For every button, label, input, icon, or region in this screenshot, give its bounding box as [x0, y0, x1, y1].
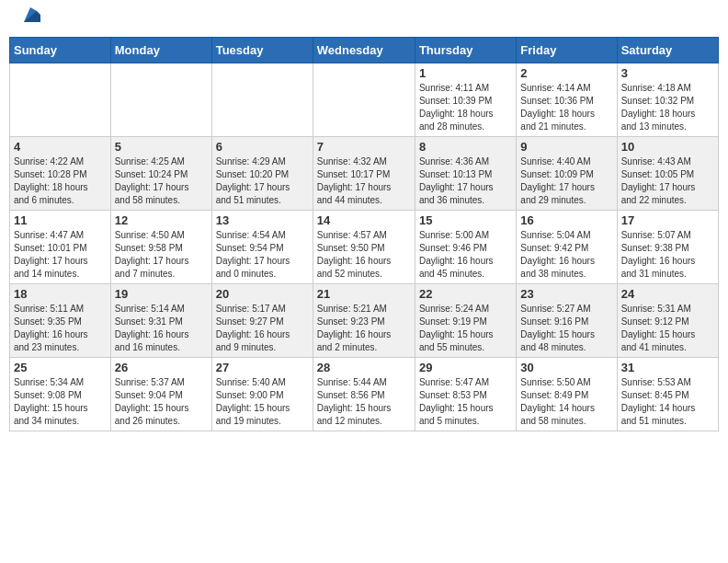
day-info: Sunrise: 5:24 AM Sunset: 9:19 PM Dayligh… — [419, 303, 512, 354]
calendar-cell: 28Sunrise: 5:44 AM Sunset: 8:56 PM Dayli… — [313, 358, 415, 431]
day-header-monday: Monday — [110, 38, 211, 63]
calendar-cell: 23Sunrise: 5:27 AM Sunset: 9:16 PM Dayli… — [517, 284, 617, 358]
week-row-1: 1Sunrise: 4:11 AM Sunset: 10:39 PM Dayli… — [10, 63, 719, 137]
calendar-cell: 29Sunrise: 5:47 AM Sunset: 8:53 PM Dayli… — [415, 358, 516, 431]
day-number: 22 — [419, 287, 512, 301]
day-number: 18 — [14, 287, 107, 301]
logo-icon — [20, 6, 40, 26]
calendar-cell: 21Sunrise: 5:21 AM Sunset: 9:23 PM Dayli… — [313, 284, 415, 358]
day-info: Sunrise: 5:21 AM Sunset: 9:23 PM Dayligh… — [317, 303, 411, 354]
day-number: 21 — [317, 287, 411, 301]
day-header-wednesday: Wednesday — [313, 38, 415, 63]
days-of-week-row: SundayMondayTuesdayWednesdayThursdayFrid… — [10, 38, 719, 63]
calendar-cell: 26Sunrise: 5:37 AM Sunset: 9:04 PM Dayli… — [110, 358, 211, 431]
calendar-cell — [110, 63, 211, 137]
calendar-cell: 11Sunrise: 4:47 AM Sunset: 10:01 PM Dayl… — [10, 211, 111, 284]
day-header-sunday: Sunday — [10, 38, 111, 63]
day-number: 30 — [520, 361, 612, 374]
calendar-cell: 14Sunrise: 4:57 AM Sunset: 9:50 PM Dayli… — [313, 211, 415, 284]
calendar-header: SundayMondayTuesdayWednesdayThursdayFrid… — [10, 38, 719, 63]
calendar-cell: 20Sunrise: 5:17 AM Sunset: 9:27 PM Dayli… — [211, 284, 313, 358]
day-number: 23 — [520, 287, 612, 301]
day-info: Sunrise: 4:54 AM Sunset: 9:54 PM Dayligh… — [216, 229, 309, 281]
calendar-cell: 25Sunrise: 5:34 AM Sunset: 9:08 PM Dayli… — [10, 358, 111, 431]
day-info: Sunrise: 4:18 AM Sunset: 10:32 PM Daylig… — [621, 82, 714, 133]
week-row-3: 11Sunrise: 4:47 AM Sunset: 10:01 PM Dayl… — [10, 211, 719, 284]
calendar-cell: 22Sunrise: 5:24 AM Sunset: 9:19 PM Dayli… — [415, 284, 516, 358]
day-info: Sunrise: 5:50 AM Sunset: 8:49 PM Dayligh… — [520, 376, 612, 428]
day-info: Sunrise: 5:11 AM Sunset: 9:35 PM Dayligh… — [14, 303, 107, 354]
calendar-cell: 12Sunrise: 4:50 AM Sunset: 9:58 PM Dayli… — [110, 211, 211, 284]
day-info: Sunrise: 5:44 AM Sunset: 8:56 PM Dayligh… — [317, 376, 411, 428]
calendar-cell: 8Sunrise: 4:36 AM Sunset: 10:13 PM Dayli… — [415, 137, 516, 211]
day-number: 25 — [14, 361, 107, 374]
day-number: 10 — [621, 140, 714, 154]
week-row-2: 4Sunrise: 4:22 AM Sunset: 10:28 PM Dayli… — [10, 137, 719, 211]
day-number: 9 — [520, 140, 612, 154]
day-info: Sunrise: 5:37 AM Sunset: 9:04 PM Dayligh… — [115, 376, 208, 428]
calendar-cell: 16Sunrise: 5:04 AM Sunset: 9:42 PM Dayli… — [517, 211, 617, 284]
day-number: 12 — [115, 213, 208, 227]
day-number: 14 — [317, 213, 411, 227]
day-header-thursday: Thursday — [415, 38, 516, 63]
day-info: Sunrise: 5:40 AM Sunset: 9:00 PM Dayligh… — [216, 376, 309, 428]
calendar-cell: 15Sunrise: 5:00 AM Sunset: 9:46 PM Dayli… — [415, 211, 516, 284]
day-info: Sunrise: 4:50 AM Sunset: 9:58 PM Dayligh… — [115, 229, 208, 281]
day-number: 20 — [216, 287, 309, 301]
day-number: 6 — [216, 140, 309, 154]
day-info: Sunrise: 5:34 AM Sunset: 9:08 PM Dayligh… — [14, 376, 107, 428]
header — [9, 9, 719, 29]
calendar: SundayMondayTuesdayWednesdayThursdayFrid… — [9, 37, 719, 431]
day-number: 19 — [115, 287, 208, 301]
day-info: Sunrise: 4:29 AM Sunset: 10:20 PM Daylig… — [216, 155, 309, 207]
calendar-cell — [211, 63, 313, 137]
calendar-cell: 27Sunrise: 5:40 AM Sunset: 9:00 PM Dayli… — [211, 358, 313, 431]
day-info: Sunrise: 4:22 AM Sunset: 10:28 PM Daylig… — [14, 155, 107, 207]
day-number: 17 — [621, 213, 714, 227]
calendar-cell: 1Sunrise: 4:11 AM Sunset: 10:39 PM Dayli… — [415, 63, 516, 137]
day-info: Sunrise: 4:32 AM Sunset: 10:17 PM Daylig… — [317, 155, 411, 207]
calendar-cell: 31Sunrise: 5:53 AM Sunset: 8:45 PM Dayli… — [617, 358, 718, 431]
day-info: Sunrise: 5:00 AM Sunset: 9:46 PM Dayligh… — [419, 229, 512, 281]
day-header-saturday: Saturday — [617, 38, 718, 63]
calendar-body: 1Sunrise: 4:11 AM Sunset: 10:39 PM Dayli… — [10, 63, 719, 431]
day-info: Sunrise: 5:04 AM Sunset: 9:42 PM Dayligh… — [520, 229, 612, 281]
calendar-cell: 19Sunrise: 5:14 AM Sunset: 9:31 PM Dayli… — [110, 284, 211, 358]
day-number: 8 — [419, 140, 512, 154]
day-info: Sunrise: 5:17 AM Sunset: 9:27 PM Dayligh… — [216, 303, 309, 354]
day-info: Sunrise: 5:27 AM Sunset: 9:16 PM Dayligh… — [520, 303, 612, 354]
day-info: Sunrise: 4:36 AM Sunset: 10:13 PM Daylig… — [419, 155, 512, 207]
day-info: Sunrise: 5:53 AM Sunset: 8:45 PM Dayligh… — [621, 376, 714, 428]
day-info: Sunrise: 4:43 AM Sunset: 10:05 PM Daylig… — [621, 155, 714, 207]
day-header-friday: Friday — [517, 38, 617, 63]
day-info: Sunrise: 4:25 AM Sunset: 10:24 PM Daylig… — [115, 155, 208, 207]
day-info: Sunrise: 5:47 AM Sunset: 8:53 PM Dayligh… — [419, 376, 512, 428]
calendar-cell: 3Sunrise: 4:18 AM Sunset: 10:32 PM Dayli… — [617, 63, 718, 137]
calendar-cell: 17Sunrise: 5:07 AM Sunset: 9:38 PM Dayli… — [617, 211, 718, 284]
calendar-cell: 2Sunrise: 4:14 AM Sunset: 10:36 PM Dayli… — [517, 63, 617, 137]
calendar-cell: 7Sunrise: 4:32 AM Sunset: 10:17 PM Dayli… — [313, 137, 415, 211]
day-header-tuesday: Tuesday — [211, 38, 313, 63]
calendar-cell: 24Sunrise: 5:31 AM Sunset: 9:12 PM Dayli… — [617, 284, 718, 358]
calendar-cell: 13Sunrise: 4:54 AM Sunset: 9:54 PM Dayli… — [211, 211, 313, 284]
calendar-cell — [10, 63, 111, 137]
calendar-cell: 6Sunrise: 4:29 AM Sunset: 10:20 PM Dayli… — [211, 137, 313, 211]
calendar-cell: 10Sunrise: 4:43 AM Sunset: 10:05 PM Dayl… — [617, 137, 718, 211]
day-info: Sunrise: 4:11 AM Sunset: 10:39 PM Daylig… — [419, 82, 512, 133]
day-number: 4 — [14, 140, 107, 154]
day-number: 15 — [419, 213, 512, 227]
calendar-cell: 5Sunrise: 4:25 AM Sunset: 10:24 PM Dayli… — [110, 137, 211, 211]
day-info: Sunrise: 5:31 AM Sunset: 9:12 PM Dayligh… — [621, 303, 714, 354]
day-number: 29 — [419, 361, 512, 374]
day-info: Sunrise: 4:40 AM Sunset: 10:09 PM Daylig… — [520, 155, 612, 207]
day-number: 16 — [520, 213, 612, 227]
calendar-cell: 30Sunrise: 5:50 AM Sunset: 8:49 PM Dayli… — [517, 358, 617, 431]
day-number: 11 — [14, 213, 107, 227]
week-row-5: 25Sunrise: 5:34 AM Sunset: 9:08 PM Dayli… — [10, 358, 719, 431]
day-number: 31 — [621, 361, 714, 374]
day-number: 3 — [621, 66, 714, 80]
day-number: 1 — [419, 66, 512, 80]
day-number: 26 — [115, 361, 208, 374]
calendar-cell: 18Sunrise: 5:11 AM Sunset: 9:35 PM Dayli… — [10, 284, 111, 358]
day-number: 24 — [621, 287, 714, 301]
